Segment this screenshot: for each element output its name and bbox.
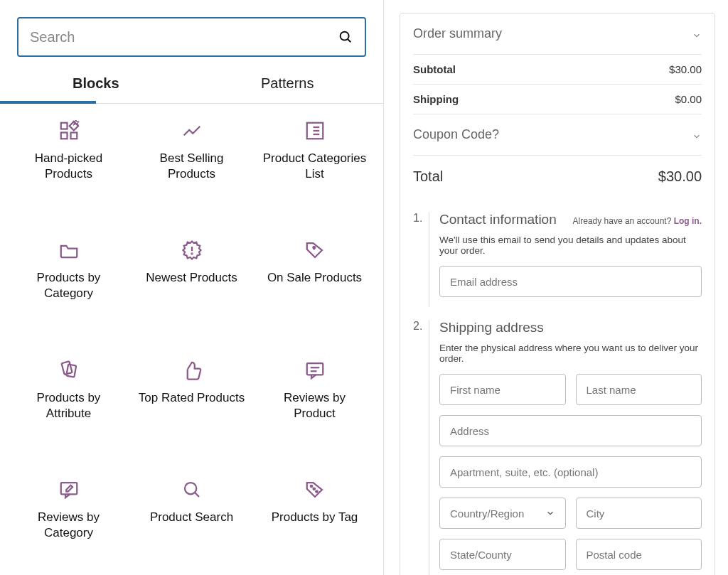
grid-plus-icon (58, 119, 80, 142)
svg-point-22 (185, 483, 196, 494)
block-best-selling-products[interactable]: Best Selling Products (130, 117, 253, 216)
tab-blocks[interactable]: Blocks (0, 65, 192, 103)
search-icon (181, 478, 203, 501)
swatch-icon (58, 359, 80, 382)
address2-placeholder: Apartment, suite, etc. (optional) (450, 466, 598, 478)
block-top-rated-products[interactable]: Top Rated Products (130, 356, 253, 456)
block-label: Top Rated Products (139, 390, 245, 406)
svg-rect-21 (60, 483, 77, 494)
block-grid: Hand-picked ProductsBest Selling Product… (0, 104, 383, 575)
block-label: Products by Tag (272, 510, 358, 525)
search-box[interactable] (17, 17, 366, 57)
folder-icon (58, 239, 80, 262)
address2-field[interactable]: Apartment, suite, etc. (optional) (439, 456, 702, 488)
comment-edit-icon (58, 478, 80, 501)
shipping-label: Shipping (413, 93, 459, 105)
block-reviews-by-product[interactable]: Reviews by Product (253, 356, 376, 456)
svg-point-0 (341, 32, 349, 41)
country-placeholder: Country/Region (450, 507, 524, 520)
block-label: Hand-picked Products (16, 151, 122, 182)
total-label: Total (413, 168, 443, 185)
search-icon (338, 29, 353, 45)
chevron-down-icon (692, 29, 702, 39)
coupon-toggle[interactable]: Coupon Code? (413, 114, 702, 156)
search-input[interactable] (30, 29, 338, 45)
country-select[interactable]: Country/Region (439, 498, 566, 529)
step-number: 2. (413, 320, 429, 575)
tag-dots-icon (304, 478, 326, 501)
order-summary: Order summary Subtotal $30.00 Shipping $… (400, 14, 714, 199)
shipping-desc: Enter the physical address where you wan… (439, 343, 702, 364)
svg-point-26 (316, 490, 318, 493)
block-label: Reviews by Category (16, 510, 122, 541)
svg-point-25 (313, 488, 315, 490)
checkout-block: Order summary Subtotal $30.00 Shipping $… (400, 13, 715, 575)
list-box-icon (304, 119, 326, 142)
chevron-down-icon (545, 508, 555, 518)
block-product-search[interactable]: Product Search (130, 475, 253, 575)
svg-rect-2 (60, 123, 67, 129)
address-field[interactable]: Address (439, 415, 702, 446)
search-container (0, 0, 383, 65)
block-label: Products by Category (16, 270, 122, 301)
first-name-placeholder: First name (450, 384, 500, 396)
login-prompt: Already have an account? Log in. (573, 216, 702, 226)
step-number: 1. (413, 212, 429, 307)
editor-canvas: Order summary Subtotal $30.00 Shipping $… (384, 0, 728, 575)
block-products-by-category[interactable]: Products by Category (7, 236, 130, 335)
postal-placeholder: Postal code (587, 549, 642, 561)
block-newest-products[interactable]: Newest Products (130, 236, 253, 335)
login-prefix: Already have an account? (573, 216, 674, 226)
block-products-by-attribute[interactable]: Products by Attribute (7, 356, 130, 456)
city-placeholder: City (587, 507, 605, 520)
chevron-down-icon (692, 130, 702, 140)
city-field[interactable]: City (576, 498, 702, 529)
contact-step: 1. Contact information Already have an a… (413, 212, 702, 307)
block-hand-picked-products[interactable]: Hand-picked Products (7, 117, 130, 216)
block-label: Product Search (150, 510, 233, 525)
block-label: Products by Attribute (16, 390, 122, 421)
subtotal-label: Subtotal (413, 63, 456, 75)
block-label: Newest Products (146, 270, 237, 286)
first-name-field[interactable]: First name (439, 374, 566, 405)
subtotal-row: Subtotal $30.00 (413, 55, 702, 85)
total-row: Total $30.00 (413, 156, 702, 199)
contact-desc: We'll use this email to send you details… (439, 235, 702, 256)
block-products-by-tag[interactable]: Products by Tag (253, 475, 376, 575)
email-placeholder: Email address (450, 276, 518, 288)
postal-field[interactable]: Postal code (576, 539, 702, 570)
shipping-step: 2. Shipping address Enter the physical a… (413, 320, 702, 575)
svg-line-1 (348, 39, 350, 42)
last-name-placeholder: Last name (587, 384, 636, 396)
shipping-value: $0.00 (675, 93, 702, 105)
order-summary-toggle[interactable]: Order summary (413, 14, 702, 55)
svg-point-24 (310, 485, 312, 488)
thumbs-up-icon (181, 359, 203, 382)
last-name-field[interactable]: Last name (576, 374, 702, 405)
svg-rect-4 (70, 133, 77, 139)
shipping-row: Shipping $0.00 (413, 85, 702, 114)
block-label: On Sale Products (267, 270, 362, 286)
state-placeholder: State/County (450, 549, 512, 561)
login-link[interactable]: Log in. (674, 216, 702, 226)
block-inserter-panel: Blocks Patterns Hand-picked ProductsBest… (0, 0, 384, 575)
comment-icon (304, 359, 326, 382)
checkout-steps: 1. Contact information Already have an a… (400, 212, 714, 575)
shipping-title: Shipping address (439, 320, 544, 335)
block-on-sale-products[interactable]: On Sale Products (253, 236, 376, 335)
block-reviews-by-category[interactable]: Reviews by Category (7, 475, 130, 575)
block-product-categories-list[interactable]: Product Categories List (253, 117, 376, 216)
tag-heart-icon (304, 239, 326, 262)
email-field[interactable]: Email address (439, 266, 702, 297)
tab-patterns[interactable]: Patterns (192, 65, 384, 103)
svg-rect-18 (306, 363, 323, 375)
coupon-label: Coupon Code? (413, 127, 499, 142)
state-field[interactable]: State/County (439, 539, 566, 570)
svg-line-23 (195, 493, 199, 497)
svg-rect-3 (60, 133, 67, 139)
contact-title: Contact information (439, 212, 557, 227)
block-label: Reviews by Product (262, 390, 368, 421)
block-label: Product Categories List (262, 151, 368, 182)
badge-new-icon (181, 239, 203, 262)
inserter-tabs: Blocks Patterns (0, 65, 383, 104)
